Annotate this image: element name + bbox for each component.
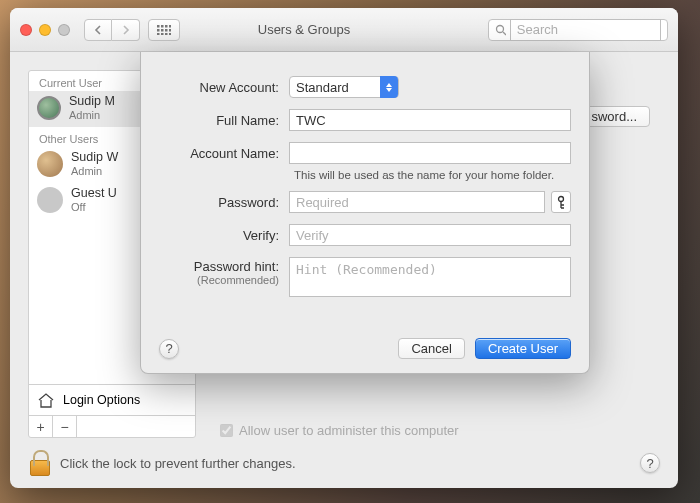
search-input[interactable] [510, 19, 661, 41]
password-assistant-button[interactable] [551, 191, 571, 213]
house-icon [37, 392, 55, 408]
avatar [37, 151, 63, 177]
allow-admin-checkbox [220, 424, 233, 437]
user-role: Off [71, 201, 117, 213]
key-icon [556, 195, 566, 209]
svg-point-12 [497, 25, 504, 32]
allow-admin-label: Allow user to administer this computer [239, 423, 459, 438]
cancel-button[interactable]: Cancel [398, 338, 464, 359]
svg-line-13 [503, 32, 506, 35]
remove-user-button[interactable]: − [53, 416, 77, 437]
account-name-note: This will be used as the name for your h… [294, 169, 571, 181]
minimize-window-button[interactable] [39, 24, 51, 36]
user-role: Admin [69, 109, 115, 121]
window-controls [20, 24, 70, 36]
new-user-sheet: New Account: Standard Full Name: Account… [140, 52, 590, 374]
login-options-row[interactable]: Login Options [29, 384, 195, 415]
avatar [37, 187, 63, 213]
full-name-label: Full Name: [159, 113, 279, 128]
zoom-window-button[interactable] [58, 24, 70, 36]
lock-text: Click the lock to prevent further change… [60, 456, 296, 471]
verify-label: Verify: [159, 228, 279, 243]
user-name: Sudip W [71, 151, 118, 165]
allow-admin-row: Allow user to administer this computer [212, 413, 660, 438]
user-name: Sudip M [69, 95, 115, 109]
chevron-left-icon [94, 25, 102, 35]
new-account-label: New Account: [159, 80, 279, 95]
add-remove-bar: + − [29, 415, 195, 437]
popup-arrows-icon [380, 76, 398, 98]
search-icon [495, 24, 506, 36]
full-name-input[interactable] [289, 109, 571, 131]
hint-label: Password hint: [194, 259, 279, 274]
close-window-button[interactable] [20, 24, 32, 36]
login-options-label: Login Options [63, 393, 140, 407]
account-name-input[interactable] [289, 142, 571, 164]
back-button[interactable] [84, 19, 112, 41]
hint-textarea[interactable] [289, 257, 571, 297]
help-button[interactable]: ? [640, 453, 660, 473]
verify-input[interactable] [289, 224, 571, 246]
footer: Click the lock to prevent further change… [10, 438, 678, 488]
account-type-popup[interactable]: Standard [289, 76, 399, 98]
add-user-button[interactable]: + [29, 416, 53, 437]
avatar [37, 96, 61, 120]
svg-point-14 [558, 197, 563, 202]
preferences-window: Users & Groups Current User Sudip M Admi… [10, 8, 678, 488]
recommended-label: (Recommended) [159, 274, 279, 287]
titlebar: Users & Groups [10, 8, 678, 52]
lock-icon[interactable] [28, 450, 50, 476]
account-name-label: Account Name: [159, 146, 279, 161]
search-field[interactable] [488, 19, 668, 41]
password-input[interactable] [289, 191, 545, 213]
password-label: Password: [159, 195, 279, 210]
window-title: Users & Groups [128, 22, 480, 37]
create-user-button[interactable]: Create User [475, 338, 571, 359]
account-type-value: Standard [296, 80, 349, 95]
sheet-help-button[interactable]: ? [159, 339, 179, 359]
user-name: Guest U [71, 187, 117, 201]
user-role: Admin [71, 165, 118, 177]
